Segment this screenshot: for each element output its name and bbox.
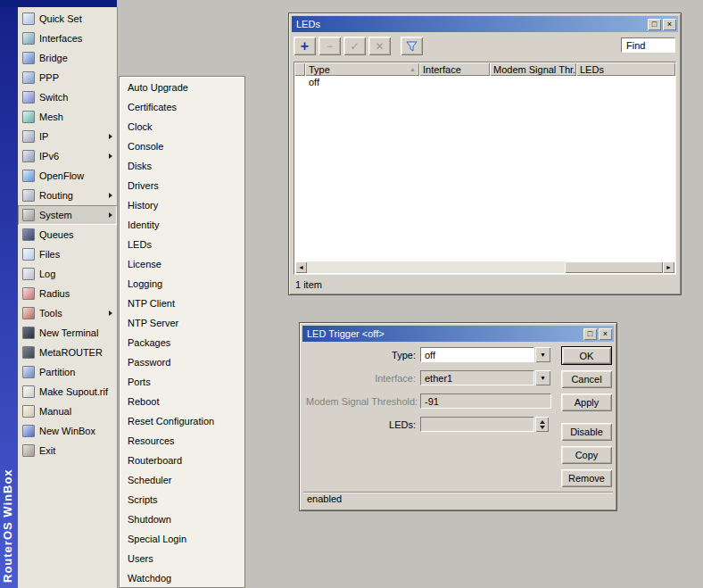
queues-icon: [22, 228, 35, 241]
sidebar-item-openflow[interactable]: OpenFlow: [18, 166, 117, 186]
find-input[interactable]: [621, 37, 675, 53]
submenu-item-license[interactable]: License: [120, 254, 244, 274]
bridge-icon: [22, 52, 35, 64]
leds-titlebar[interactable]: LEDs □ ×: [292, 16, 678, 32]
sidebar-item-tools[interactable]: Tools: [18, 303, 117, 323]
interface-dropdown-button[interactable]: ▼: [535, 370, 550, 385]
scroll-left-button[interactable]: ◄: [295, 261, 307, 273]
submenu-item-password[interactable]: Password: [120, 352, 244, 372]
maximize-icon: □: [652, 21, 657, 29]
enable-button[interactable]: ✓: [343, 37, 366, 55]
sidebar-item-ip[interactable]: IP: [18, 127, 117, 146]
sidebar-item-label: IP: [39, 131, 48, 142]
submenu-item-drivers[interactable]: Drivers: [120, 176, 244, 195]
modem-threshold-column-header[interactable]: Modem Signal Thr...: [490, 62, 576, 76]
leds-window-body: + − ✓ ✕ Type▲ Interface Modem Signal Thr…: [292, 32, 678, 292]
sidebar-item-quick-set[interactable]: Quick Set: [18, 9, 117, 29]
sidebar-item-interfaces[interactable]: Interfaces: [18, 29, 117, 48]
table-header: Type▲ Interface Modem Signal Thr... LEDs: [294, 62, 675, 76]
led-trigger-window: LED Trigger <off> □ × Type: off ▼ Interf…: [299, 322, 617, 511]
maximize-button[interactable]: □: [648, 19, 661, 30]
led-trigger-body: Type: off ▼ Interface: ether1 ▼ Modem Si…: [302, 342, 614, 508]
sidebar-item-exit[interactable]: Exit: [18, 441, 117, 460]
interface-column-header[interactable]: Interface: [419, 62, 490, 76]
filter-button[interactable]: [401, 37, 423, 55]
winbox-app: RouterOS WinBox Quick Set Interfaces Bri…: [0, 0, 703, 588]
submenu-item-reset-configuration[interactable]: Reset Configuration: [120, 411, 244, 431]
close-button[interactable]: ×: [599, 328, 612, 340]
scroll-right-button[interactable]: ►: [663, 261, 674, 273]
submenu-item-console[interactable]: Console: [120, 137, 244, 156]
disable-button[interactable]: ✕: [368, 37, 391, 55]
switch-icon: [22, 91, 35, 104]
sidebar-item-routing[interactable]: Routing: [18, 186, 117, 205]
submenu-item-users[interactable]: Users: [120, 549, 244, 568]
cancel-button[interactable]: Cancel: [561, 370, 612, 388]
threshold-input[interactable]: -91: [420, 393, 551, 409]
sidebar-item-queues[interactable]: Queues: [18, 225, 117, 244]
type-column-header[interactable]: Type▲: [305, 62, 419, 76]
sidebar-item-metarouter[interactable]: MetaROUTER: [18, 343, 117, 362]
type-dropdown-button[interactable]: ▼: [535, 347, 550, 362]
log-icon: [22, 268, 35, 280]
flag-column-header[interactable]: [294, 62, 305, 76]
sidebar-item-switch[interactable]: Switch: [18, 87, 117, 107]
sidebar-item-system[interactable]: System: [18, 205, 117, 225]
submenu-item-scheduler[interactable]: Scheduler: [120, 470, 244, 490]
apply-button[interactable]: Apply: [561, 393, 612, 411]
close-button[interactable]: ×: [663, 19, 676, 30]
sidebar-item-label: New WinBox: [39, 426, 95, 436]
sidebar-item-new-terminal[interactable]: New Terminal: [18, 323, 117, 343]
remove-button[interactable]: −: [318, 37, 341, 55]
sidebar-item-bridge[interactable]: Bridge: [18, 48, 117, 68]
sidebar-item-partition[interactable]: Partition: [18, 362, 117, 382]
submenu-item-disks[interactable]: Disks: [120, 156, 244, 176]
submenu-item-clock[interactable]: Clock: [120, 117, 244, 137]
remove-trigger-button[interactable]: Remove: [561, 469, 612, 487]
horizontal-scrollbar[interactable]: ◄ ►: [295, 261, 674, 273]
sidebar-item-mesh[interactable]: Mesh: [18, 107, 117, 127]
type-combobox[interactable]: off: [420, 347, 534, 362]
maximize-button[interactable]: □: [583, 328, 597, 340]
sidebar-item-manual[interactable]: Manual: [18, 402, 117, 421]
leds-column-header[interactable]: LEDs: [576, 62, 675, 76]
table-row[interactable]: off: [294, 76, 675, 88]
copy-button[interactable]: Copy: [561, 446, 612, 464]
ok-button[interactable]: OK: [561, 346, 612, 365]
submenu-item-ports[interactable]: Ports: [120, 372, 244, 392]
sidebar-item-files[interactable]: Files: [18, 244, 117, 264]
close-icon: ×: [603, 330, 608, 338]
leds-updown-button[interactable]: [535, 417, 549, 432]
interface-combobox[interactable]: ether1: [420, 370, 534, 385]
sidebar-item-ipv6[interactable]: IPv6: [18, 146, 117, 166]
disable-trigger-button[interactable]: Disable: [561, 423, 612, 441]
submenu-item-leds[interactable]: LEDs: [120, 235, 244, 254]
submenu-item-auto-upgrade[interactable]: Auto Upgrade: [120, 78, 244, 97]
submenu-item-watchdog[interactable]: Watchdog: [120, 568, 244, 588]
submenu-item-certificates[interactable]: Certificates: [120, 97, 244, 117]
submenu-item-ntp-client[interactable]: NTP Client: [120, 294, 244, 313]
chevron-down-icon: ▼: [540, 352, 546, 358]
submenu-item-ntp-server[interactable]: NTP Server: [120, 313, 244, 333]
sidebar-item-make-supout[interactable]: Make Supout.rif: [18, 382, 117, 402]
sidebar-item-ppp[interactable]: PPP: [18, 68, 117, 87]
submenu-item-identity[interactable]: Identity: [120, 215, 244, 235]
metarouter-icon: [22, 346, 35, 359]
sidebar-item-new-winbox[interactable]: New WinBox: [18, 421, 117, 441]
sidebar-item-radius[interactable]: Radius: [18, 284, 117, 303]
submenu-item-scripts[interactable]: Scripts: [120, 490, 244, 509]
submenu-item-routerboard[interactable]: Routerboard: [120, 451, 244, 470]
add-button[interactable]: +: [294, 37, 316, 55]
submenu-item-special-login[interactable]: Special Login: [120, 529, 244, 549]
submenu-item-resources[interactable]: Resources: [120, 431, 244, 451]
sidebar-item-label: Switch: [39, 92, 68, 103]
submenu-item-reboot[interactable]: Reboot: [120, 392, 244, 411]
sidebar-item-log[interactable]: Log: [18, 264, 117, 284]
led-trigger-titlebar[interactable]: LED Trigger <off> □ ×: [302, 326, 614, 342]
submenu-item-shutdown[interactable]: Shutdown: [120, 509, 244, 529]
leds-combobox[interactable]: [420, 417, 534, 432]
scrollbar-thumb[interactable]: [565, 261, 663, 273]
submenu-item-logging[interactable]: Logging: [120, 274, 244, 294]
submenu-item-history[interactable]: History: [120, 195, 244, 215]
submenu-item-packages[interactable]: Packages: [120, 333, 244, 352]
